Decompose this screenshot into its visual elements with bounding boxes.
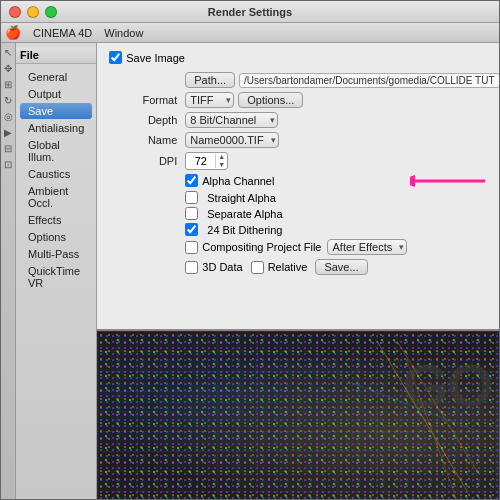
path-button[interactable]: Path... [185,72,235,88]
name-label: Name [109,134,177,146]
format-select[interactable]: TIFF JPEG PNG [185,92,234,108]
options-button[interactable]: Options... [238,92,303,108]
dpi-down-arrow[interactable]: ▼ [216,161,227,169]
sidebar-item-multi-pass[interactable]: Multi-Pass [20,246,92,262]
alpha-channel-row: Alpha Channel [109,174,499,187]
tool-render[interactable]: ▶ [1,127,15,141]
path-row: Path... /Users/bartondamer/Documents/gom… [109,72,499,88]
tool-rotate[interactable]: ↻ [1,95,15,109]
name-row: Name Name0000.TIF [109,132,499,148]
svg-line-4 [407,361,457,499]
3d-data-label[interactable]: 3D Data [185,261,242,274]
apple-menu[interactable]: 🍎 [5,25,21,40]
tool-arrow[interactable]: ↖ [1,47,15,61]
dpi-row: DPI 72 ▲ ▼ [109,152,499,170]
depth-label: Depth [109,114,177,126]
depth-row: Depth 8 Bit/Channel 16 Bit/Channel 32 Bi… [109,112,499,128]
menu-bar: 🍎 CINEMA 4D Window [1,23,499,43]
minimize-button[interactable] [27,6,39,18]
straight-alpha-label[interactable]: Straight Alpha [185,191,276,204]
window-controls [9,6,57,18]
viewport: GO [97,329,499,499]
name-select-wrapper: Name0000.TIF [185,132,279,148]
dpi-value[interactable]: 72 [186,154,216,168]
separate-alpha-row: Separate Alpha [185,207,499,220]
tool-grid[interactable]: ⊟ [1,143,15,157]
tool-scale[interactable]: ⊞ [1,79,15,93]
dpi-up-arrow[interactable]: ▲ [216,153,227,161]
format-control: TIFF JPEG PNG Options... [185,92,499,108]
path-control: Path... /Users/bartondamer/Documents/gom… [185,72,499,88]
name-control: Name0000.TIF [185,132,499,148]
body-area: ↖ ✥ ⊞ ↻ ◎ ▶ ⊟ ⊡ File General Output Save… [1,43,499,499]
menu-cinema4d[interactable]: CINEMA 4D [33,27,92,39]
save-image-checkbox[interactable] [109,51,122,64]
pink-arrow-annotation [410,171,490,191]
separate-alpha-checkbox[interactable] [185,207,198,220]
sidebar-item-global-illum[interactable]: Global Illum. [20,137,92,165]
dpi-control: 72 ▲ ▼ [185,152,499,170]
tool-move[interactable]: ✥ [1,63,15,77]
sidebar-item-general[interactable]: General [20,69,92,85]
svg-line-5 [347,381,477,431]
path-value: /Users/bartondamer/Documents/gomedia/COL… [239,73,499,88]
depth-select[interactable]: 8 Bit/Channel 16 Bit/Channel 32 Bit/Chan… [185,112,278,128]
format-label: Format [109,94,177,106]
format-row: Format TIFF JPEG PNG Options... [109,92,499,108]
straight-alpha-row: Straight Alpha [185,191,499,204]
compositing-select-wrapper: After Effects [327,239,407,255]
save-image-label[interactable]: Save Image [109,51,185,64]
maximize-button[interactable] [45,6,57,18]
dpi-stepper: 72 ▲ ▼ [185,152,228,170]
compositing-row: Compositing Project File After Effects [185,239,499,255]
depth-control: 8 Bit/Channel 16 Bit/Channel 32 Bit/Chan… [185,112,499,128]
svg-line-3 [397,341,477,471]
compositing-label[interactable]: Compositing Project File [185,241,321,254]
sidebar-item-quicktime-vr[interactable]: QuickTime VR [20,263,92,291]
sidebar-nav: General Output Save Antialiasing Global … [16,66,96,499]
sidebar-item-options[interactable]: Options [20,229,92,245]
svg-line-2 [377,341,467,491]
sidebar-item-effects[interactable]: Effects [20,212,92,228]
relative-checkbox[interactable] [251,261,264,274]
save-button[interactable]: Save... [315,259,367,275]
name-select[interactable]: Name0000.TIF [185,132,279,148]
dpi-arrows: ▲ ▼ [216,153,227,169]
separate-alpha-label[interactable]: Separate Alpha [185,207,282,220]
sidebar-item-antialiasing[interactable]: Antialiasing [20,120,92,136]
sidebar-item-caustics[interactable]: Caustics [20,166,92,182]
window-title: Render Settings [208,6,292,18]
bit-dithering-row: 24 Bit Dithering [185,223,499,236]
save-image-row: Save Image [109,51,499,64]
bottom-row: 3D Data Relative Save... [185,259,499,275]
sidebar-item-save[interactable]: Save [20,103,92,119]
tool-dots[interactable]: ⊡ [1,159,15,173]
alpha-channel-control: Alpha Channel [185,174,499,187]
close-button[interactable] [9,6,21,18]
compositing-checkbox[interactable] [185,241,198,254]
compositing-select[interactable]: After Effects [327,239,407,255]
alpha-channel-label[interactable]: Alpha Channel [185,174,274,187]
depth-select-wrapper: 8 Bit/Channel 16 Bit/Channel 32 Bit/Chan… [185,112,278,128]
dpi-label: DPI [109,155,177,167]
relative-label[interactable]: Relative [251,261,308,274]
alpha-channel-checkbox[interactable] [185,174,198,187]
tool-camera[interactable]: ◎ [1,111,15,125]
straight-alpha-checkbox[interactable] [185,191,198,204]
menu-window[interactable]: Window [104,27,143,39]
viewport-wireframe [97,331,499,499]
sidebar-item-ambient-occl[interactable]: Ambient Occl. [20,183,92,211]
sidebar: File General Output Save Antialiasing Gl… [16,43,97,499]
pink-arrow-icon [410,171,490,191]
title-bar: Render Settings [1,1,499,23]
file-tab[interactable]: File [16,47,96,64]
sidebar-item-output[interactable]: Output [20,86,92,102]
content-area: Save Image Path... /Users/bartondamer/Do… [97,43,499,329]
format-select-wrapper: TIFF JPEG PNG [185,92,234,108]
bit-dithering-checkbox[interactable] [185,223,198,236]
app-window: Render Settings 🍎 CINEMA 4D Window ↖ ✥ ⊞… [0,0,500,500]
3d-data-checkbox[interactable] [185,261,198,274]
left-toolbar: ↖ ✥ ⊞ ↻ ◎ ▶ ⊟ ⊡ [1,43,16,499]
bit-dithering-label[interactable]: 24 Bit Dithering [185,223,282,236]
render-panel: Save Image Path... /Users/bartondamer/Do… [97,43,499,499]
